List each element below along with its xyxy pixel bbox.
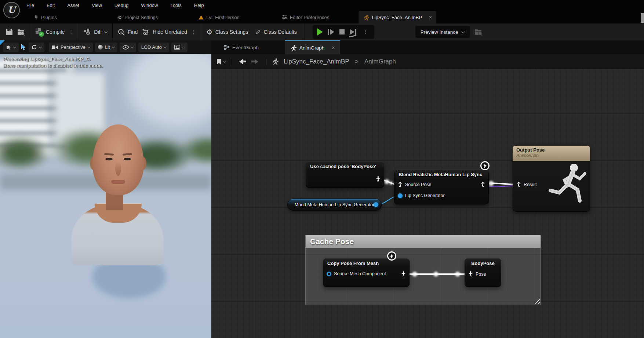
hide-unrelated-button[interactable]: Hide Unrelated <box>140 23 189 40</box>
tab-eventgraph[interactable]: EventGraph <box>219 40 264 54</box>
toolbar-divider <box>201 23 201 40</box>
diff-icon <box>84 29 91 35</box>
plug-icon <box>34 15 39 20</box>
preview-instance-dropdown[interactable]: Preview Instance <box>415 26 470 38</box>
bookmark-dropdown[interactable] <box>217 59 226 65</box>
select-tool-cursor-icon[interactable] <box>21 44 26 50</box>
play-controls: ⋮ <box>313 25 374 39</box>
nav-forward-button[interactable] <box>251 59 261 64</box>
tab-animgraph[interactable]: AnimGraph × <box>285 40 340 54</box>
object-pin-icon <box>327 272 331 276</box>
menu-tools[interactable]: Tools <box>170 3 181 8</box>
gear-icon: ⚙ <box>118 15 122 20</box>
hide-unrelated-options-button[interactable]: ⋮ <box>189 29 198 35</box>
stop-button[interactable] <box>339 29 345 34</box>
save-icon <box>6 29 13 36</box>
unreal-logo-icon[interactable]: U <box>3 2 20 18</box>
chevron-down-icon <box>164 45 167 48</box>
mannequin-figure <box>543 161 589 210</box>
pin-pose-output[interactable] <box>480 182 485 187</box>
toolbar-divider <box>112 23 113 40</box>
pose-pin-icon <box>376 176 381 182</box>
gear-icon: ⚙ <box>206 28 212 36</box>
animgraph-canvas[interactable]: Cache Pose Use cached pose 'BodyPose' <box>211 69 644 338</box>
pin-result[interactable]: Result <box>516 182 536 187</box>
browse-button[interactable] <box>15 23 27 40</box>
browse-icon <box>17 29 25 36</box>
class-defaults-button[interactable]: ✎ Class Defaults <box>253 23 299 40</box>
docked-tab-edge[interactable] <box>641 13 644 23</box>
compile-icon: ✓ <box>36 28 43 36</box>
save-button[interactable] <box>4 23 15 40</box>
tab-level[interactable]: Lvl_FirstPerson <box>196 11 242 23</box>
menubar: File Edit Asset View Debug Window Tools … <box>26 0 204 11</box>
preview-3d-scene[interactable]: Previewing LipSync_Face_AnimBP_C. Bone m… <box>0 54 211 338</box>
tab-asset-active[interactable]: LipSync_Face_AnimBP × <box>359 11 436 23</box>
browse-debug-icon[interactable] <box>475 29 483 36</box>
image-icon <box>174 45 180 50</box>
nav-back-button[interactable] <box>237 59 246 64</box>
node-mood-generator-variable[interactable]: Mood Meta Human Lip Sync Generator <box>287 199 382 211</box>
find-button[interactable]: G Find <box>116 23 140 40</box>
find-icon: G <box>118 29 125 36</box>
character-mouth <box>111 180 125 184</box>
pin-pose-input[interactable]: Pose <box>468 271 486 277</box>
breadcrumb-root[interactable]: LipSync_Face_AnimBP <box>284 58 349 65</box>
lit-dropdown[interactable]: Lit <box>95 43 117 52</box>
chevron-down-icon <box>87 45 90 48</box>
close-icon[interactable]: × <box>332 45 335 51</box>
play-button[interactable] <box>317 28 323 36</box>
chevron-down-icon <box>39 45 42 48</box>
lod-dropdown[interactable]: LOD Auto <box>138 43 169 52</box>
node-copy-pose-from-mesh[interactable]: Copy Pose From Mesh Source Mesh Componen… <box>323 258 410 287</box>
screenshot-button[interactable] <box>171 43 188 52</box>
menu-asset[interactable]: Asset <box>67 3 79 8</box>
class-settings-button[interactable]: ⚙ Class Settings <box>204 23 251 40</box>
node-bodypose-cache[interactable]: BodyPose Pose <box>465 258 501 287</box>
breadcrumb-current[interactable]: AnimGraph <box>364 58 396 65</box>
toolbar-divider <box>78 23 79 40</box>
tab-project-settings[interactable]: ⚙ Project Settings <box>115 11 161 23</box>
lit-sphere-icon <box>98 45 103 50</box>
close-icon[interactable]: × <box>429 14 432 20</box>
node-output-pose[interactable]: Output Pose AnimGraph <box>513 146 590 212</box>
menu-debug[interactable]: Debug <box>114 3 128 8</box>
node-use-cached-pose[interactable]: Use cached pose 'BodyPose' <box>306 161 384 188</box>
unreal-editor-window: U File Edit Asset View Debug Window Tool… <box>0 0 644 338</box>
pin-source-mesh-component[interactable]: Source Mesh Component <box>327 271 386 276</box>
pin-pose-output[interactable] <box>376 176 381 182</box>
menu-help[interactable]: Help <box>194 3 204 8</box>
rotate-tool-button[interactable] <box>29 43 44 52</box>
fast-path-lightning-icon <box>387 251 396 261</box>
compile-button[interactable]: ✓ Compile <box>33 23 67 40</box>
frame-skip-button[interactable] <box>328 29 334 35</box>
toolbar-divider <box>30 23 30 40</box>
menu-window[interactable]: Window <box>141 3 158 8</box>
pin-source-pose[interactable]: Source Pose <box>398 182 432 187</box>
viewport-options-button[interactable] <box>3 43 19 52</box>
menu-view[interactable]: View <box>92 3 102 8</box>
titlebar: U File Edit Asset View Debug Window Tool… <box>0 0 644 23</box>
object-pin-icon[interactable] <box>374 202 378 207</box>
diff-button[interactable]: Diff <box>81 23 109 40</box>
possess-button[interactable] <box>350 29 356 35</box>
breadcrumb-runner-icon <box>272 58 279 65</box>
show-flags-button[interactable] <box>120 43 136 52</box>
svg-text:G: G <box>120 30 122 33</box>
level-icon <box>199 15 204 19</box>
viewport-focus-corner <box>0 40 5 45</box>
pin-pose-output[interactable] <box>401 271 406 277</box>
rotate-icon <box>32 44 37 50</box>
menu-file[interactable]: File <box>26 3 34 8</box>
tab-plugins[interactable]: Plugins <box>31 11 60 23</box>
play-options-button[interactable]: ⋮ <box>361 29 370 35</box>
perspective-dropdown[interactable]: Perspective <box>49 43 93 52</box>
window-tab-row: Plugins ⚙ Project Settings Lvl_FirstPers… <box>23 11 644 23</box>
compile-options-button[interactable]: ⋮ <box>67 29 75 35</box>
divider <box>231 57 232 66</box>
tab-editor-preferences[interactable]: Editor Preferences <box>279 11 332 23</box>
breadcrumb-separator: > <box>355 58 359 65</box>
pin-lip-sync-generator[interactable]: Lip Sync Generator <box>398 193 445 198</box>
menu-edit[interactable]: Edit <box>47 3 55 8</box>
node-blend-metahuman-lipsync[interactable]: Blend Realistic MetaHuman Lip Sync Sourc… <box>394 170 489 204</box>
